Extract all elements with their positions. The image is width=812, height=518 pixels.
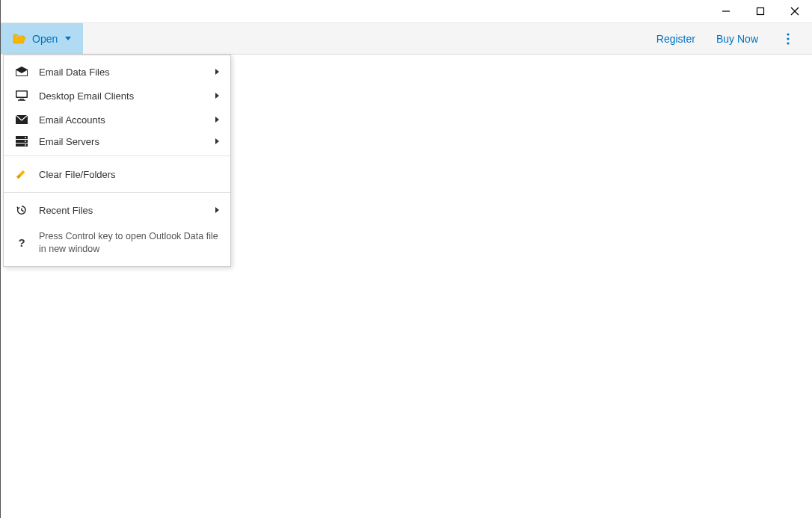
open-button[interactable]: Open [1,23,83,54]
envelope-icon [15,114,28,125]
menu-item-recent-files[interactable]: Recent Files [4,193,230,223]
menu-item-label: Email Accounts [39,114,215,126]
history-icon [15,205,28,215]
hint-item: ? Press Control key to open Outlook Data… [4,223,230,266]
chevron-right-icon [215,138,219,144]
svg-point-5 [787,37,789,40]
menu-item-desktop-email-clients[interactable]: Desktop Email Clients [4,84,230,108]
minimize-button[interactable] [709,0,743,22]
menu-item-email-servers[interactable]: Email Servers [4,132,230,155]
open-label: Open [32,33,58,45]
chevron-right-icon [215,207,219,213]
maximize-button[interactable] [743,0,778,22]
menu-item-label: Email Data Files [39,67,215,78]
menu-item-label: Clear File/Folders [39,169,219,180]
menu-item-label: Desktop Email Clients [39,90,215,102]
chevron-right-icon [215,93,219,99]
envelope-open-icon [15,67,28,77]
caret-down-icon [65,37,71,40]
titlebar [1,0,812,22]
menu-item-label: Email Servers [39,136,215,147]
svg-point-6 [787,42,789,44]
chevron-right-icon [215,69,219,75]
menu-item-clear-files[interactable]: Clear File/Folders [4,156,230,192]
toolbar-right: Register Buy Now [656,23,812,54]
more-button[interactable] [779,33,797,45]
svg-rect-10 [18,100,25,101]
toolbar-left: Open [1,23,83,54]
close-button[interactable] [778,0,812,22]
toolbar: Open Register Buy Now [1,22,812,55]
svg-rect-1 [757,8,764,15]
open-dropdown: Email Data Files Desktop Email Clients E… [3,55,231,267]
broom-icon [15,169,28,179]
svg-rect-9 [19,99,24,100]
menu-item-email-accounts[interactable]: Email Accounts [4,108,230,132]
svg-point-17 [25,144,26,146]
buy-now-button[interactable]: Buy Now [716,33,758,45]
chevron-right-icon [215,117,219,123]
svg-point-16 [25,141,26,142]
svg-point-4 [787,33,789,35]
folder-open-icon [13,34,26,44]
desktop-icon [15,90,28,101]
question-icon: ? [15,230,28,256]
server-icon [15,136,28,147]
svg-point-15 [25,137,26,138]
hint-text: Press Control key to open Outlook Data f… [39,230,219,256]
menu-item-email-data-files[interactable]: Email Data Files [4,60,230,84]
register-button[interactable]: Register [656,33,695,45]
svg-rect-8 [17,92,27,97]
menu-item-label: Recent Files [39,205,215,216]
